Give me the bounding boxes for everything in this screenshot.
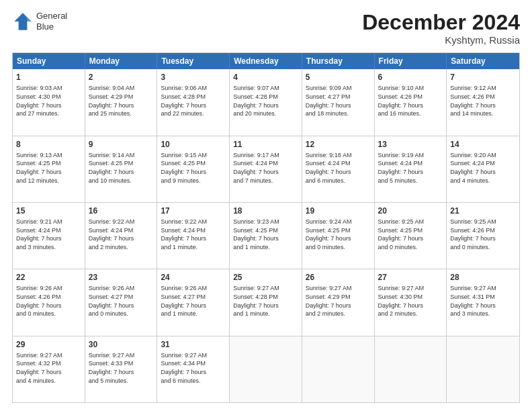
day-number: 24 <box>161 272 226 283</box>
empty-cell <box>447 336 519 402</box>
day-number: 14 <box>450 139 516 150</box>
day-info: Sunrise: 9:19 AM Sunset: 4:24 PM Dayligh… <box>378 151 443 185</box>
calendar-row-3: 15Sunrise: 9:21 AM Sunset: 4:24 PM Dayli… <box>13 202 519 269</box>
day-number: 31 <box>161 339 226 350</box>
day-number: 11 <box>233 139 298 150</box>
day-cell-2: 2Sunrise: 9:04 AM Sunset: 4:29 PM Daylig… <box>85 69 158 135</box>
day-info: Sunrise: 9:26 AM Sunset: 4:27 PM Dayligh… <box>89 284 154 318</box>
day-cell-10: 10Sunrise: 9:15 AM Sunset: 4:25 PM Dayli… <box>157 136 230 202</box>
day-number: 10 <box>161 139 226 150</box>
header: General Blue December 2024 Kyshtym, Russ… <box>12 11 520 46</box>
day-info: Sunrise: 9:14 AM Sunset: 4:25 PM Dayligh… <box>89 151 154 185</box>
header-day-monday: Monday <box>85 53 158 69</box>
day-info: Sunrise: 9:25 AM Sunset: 4:25 PM Dayligh… <box>378 218 443 251</box>
header-day-saturday: Saturday <box>447 53 519 69</box>
header-day-sunday: Sunday <box>13 53 85 69</box>
day-info: Sunrise: 9:07 AM Sunset: 4:28 PM Dayligh… <box>233 84 298 118</box>
day-number: 3 <box>161 72 226 83</box>
day-cell-23: 23Sunrise: 9:26 AM Sunset: 4:27 PM Dayli… <box>85 269 158 335</box>
day-cell-25: 25Sunrise: 9:27 AM Sunset: 4:28 PM Dayli… <box>230 269 302 335</box>
day-number: 22 <box>16 272 81 283</box>
day-number: 30 <box>89 339 154 350</box>
day-info: Sunrise: 9:12 AM Sunset: 4:26 PM Dayligh… <box>450 84 516 118</box>
day-cell-27: 27Sunrise: 9:27 AM Sunset: 4:30 PM Dayli… <box>375 269 447 335</box>
day-number: 5 <box>306 72 371 83</box>
day-info: Sunrise: 9:27 AM Sunset: 4:31 PM Dayligh… <box>450 284 516 318</box>
empty-cell <box>375 336 447 402</box>
day-number: 8 <box>16 139 81 150</box>
calendar-row-5: 29Sunrise: 9:27 AM Sunset: 4:32 PM Dayli… <box>13 336 519 402</box>
logo-icon <box>12 11 34 32</box>
day-cell-11: 11Sunrise: 9:17 AM Sunset: 4:24 PM Dayli… <box>230 136 302 202</box>
day-cell-29: 29Sunrise: 9:27 AM Sunset: 4:32 PM Dayli… <box>13 336 85 402</box>
day-number: 17 <box>161 205 226 216</box>
day-cell-22: 22Sunrise: 9:26 AM Sunset: 4:26 PM Dayli… <box>13 269 85 335</box>
month-title: December 2024 <box>362 11 520 34</box>
day-number: 27 <box>378 272 443 283</box>
day-number: 25 <box>233 272 298 283</box>
day-cell-16: 16Sunrise: 9:22 AM Sunset: 4:24 PM Dayli… <box>85 203 158 269</box>
day-info: Sunrise: 9:23 AM Sunset: 4:25 PM Dayligh… <box>233 218 298 251</box>
day-info: Sunrise: 9:26 AM Sunset: 4:26 PM Dayligh… <box>16 284 81 318</box>
empty-cell <box>230 336 302 402</box>
day-cell-3: 3Sunrise: 9:06 AM Sunset: 4:28 PM Daylig… <box>157 69 230 135</box>
header-day-wednesday: Wednesday <box>230 53 302 69</box>
header-day-friday: Friday <box>375 53 447 69</box>
day-info: Sunrise: 9:03 AM Sunset: 4:30 PM Dayligh… <box>16 84 81 118</box>
day-cell-13: 13Sunrise: 9:19 AM Sunset: 4:24 PM Dayli… <box>375 136 447 202</box>
day-info: Sunrise: 9:27 AM Sunset: 4:32 PM Dayligh… <box>16 351 81 385</box>
day-info: Sunrise: 9:26 AM Sunset: 4:27 PM Dayligh… <box>161 284 226 318</box>
logo: General Blue <box>12 11 67 32</box>
day-number: 28 <box>450 272 516 283</box>
day-cell-26: 26Sunrise: 9:27 AM Sunset: 4:29 PM Dayli… <box>302 269 375 335</box>
day-info: Sunrise: 9:10 AM Sunset: 4:26 PM Dayligh… <box>378 84 443 118</box>
day-number: 23 <box>89 272 154 283</box>
day-info: Sunrise: 9:17 AM Sunset: 4:24 PM Dayligh… <box>233 151 298 185</box>
day-number: 9 <box>89 139 154 150</box>
day-info: Sunrise: 9:15 AM Sunset: 4:25 PM Dayligh… <box>161 151 226 185</box>
page: General Blue December 2024 Kyshtym, Russ… <box>0 0 532 411</box>
calendar: SundayMondayTuesdayWednesdayThursdayFrid… <box>12 52 520 403</box>
day-info: Sunrise: 9:25 AM Sunset: 4:26 PM Dayligh… <box>450 218 516 251</box>
header-day-tuesday: Tuesday <box>157 53 230 69</box>
day-cell-24: 24Sunrise: 9:26 AM Sunset: 4:27 PM Dayli… <box>157 269 230 335</box>
day-cell-18: 18Sunrise: 9:23 AM Sunset: 4:25 PM Dayli… <box>230 203 302 269</box>
day-number: 7 <box>450 72 516 83</box>
day-info: Sunrise: 9:27 AM Sunset: 4:29 PM Dayligh… <box>306 284 371 318</box>
day-number: 2 <box>89 72 154 83</box>
location: Kyshtym, Russia <box>362 34 520 46</box>
day-cell-12: 12Sunrise: 9:18 AM Sunset: 4:24 PM Dayli… <box>302 136 375 202</box>
day-info: Sunrise: 9:06 AM Sunset: 4:28 PM Dayligh… <box>161 84 226 118</box>
day-info: Sunrise: 9:18 AM Sunset: 4:24 PM Dayligh… <box>306 151 371 185</box>
day-cell-17: 17Sunrise: 9:22 AM Sunset: 4:24 PM Dayli… <box>157 203 230 269</box>
day-cell-21: 21Sunrise: 9:25 AM Sunset: 4:26 PM Dayli… <box>447 203 519 269</box>
day-cell-9: 9Sunrise: 9:14 AM Sunset: 4:25 PM Daylig… <box>85 136 158 202</box>
day-number: 21 <box>450 205 516 216</box>
day-number: 26 <box>306 272 371 283</box>
day-info: Sunrise: 9:09 AM Sunset: 4:27 PM Dayligh… <box>306 84 371 118</box>
day-number: 1 <box>16 72 81 83</box>
day-info: Sunrise: 9:22 AM Sunset: 4:24 PM Dayligh… <box>89 218 154 251</box>
calendar-row-2: 8Sunrise: 9:13 AM Sunset: 4:25 PM Daylig… <box>13 136 519 202</box>
day-cell-19: 19Sunrise: 9:24 AM Sunset: 4:25 PM Dayli… <box>302 203 375 269</box>
day-cell-28: 28Sunrise: 9:27 AM Sunset: 4:31 PM Dayli… <box>447 269 519 335</box>
empty-cell <box>302 336 375 402</box>
day-number: 4 <box>233 72 298 83</box>
header-day-thursday: Thursday <box>302 53 375 69</box>
day-cell-15: 15Sunrise: 9:21 AM Sunset: 4:24 PM Dayli… <box>13 203 85 269</box>
title-block: December 2024 Kyshtym, Russia <box>362 11 520 46</box>
logo-text: General Blue <box>36 11 67 32</box>
day-cell-7: 7Sunrise: 9:12 AM Sunset: 4:26 PM Daylig… <box>447 69 519 135</box>
day-info: Sunrise: 9:27 AM Sunset: 4:34 PM Dayligh… <box>161 351 226 385</box>
day-number: 13 <box>378 139 443 150</box>
day-info: Sunrise: 9:27 AM Sunset: 4:28 PM Dayligh… <box>233 284 298 318</box>
day-info: Sunrise: 9:20 AM Sunset: 4:24 PM Dayligh… <box>450 151 516 185</box>
day-number: 12 <box>306 139 371 150</box>
logo-line2: Blue <box>36 21 67 32</box>
day-info: Sunrise: 9:27 AM Sunset: 4:30 PM Dayligh… <box>378 284 443 318</box>
day-number: 15 <box>16 205 81 216</box>
day-cell-14: 14Sunrise: 9:20 AM Sunset: 4:24 PM Dayli… <box>447 136 519 202</box>
day-info: Sunrise: 9:24 AM Sunset: 4:25 PM Dayligh… <box>306 218 371 251</box>
day-info: Sunrise: 9:22 AM Sunset: 4:24 PM Dayligh… <box>161 218 226 251</box>
day-number: 20 <box>378 205 443 216</box>
